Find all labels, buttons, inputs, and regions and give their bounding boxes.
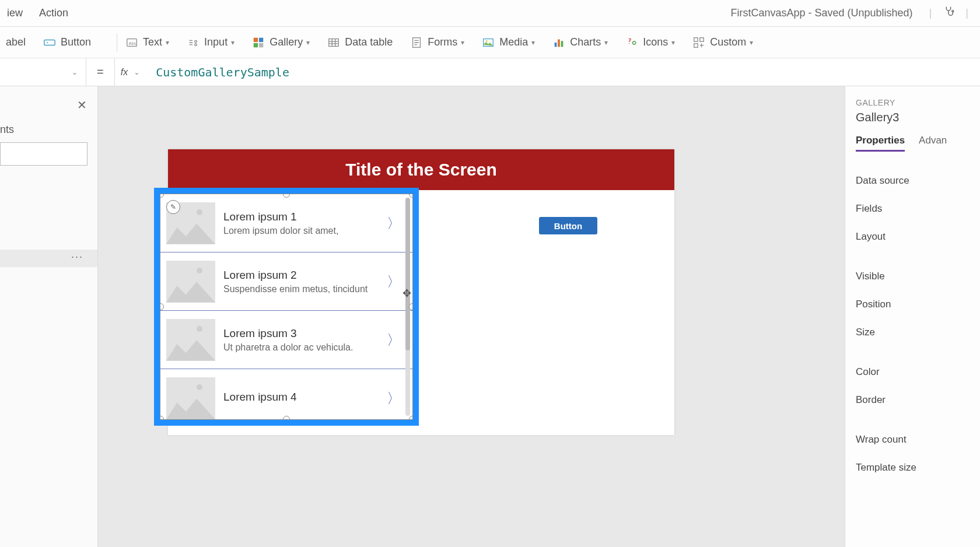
svg-rect-15	[555, 43, 557, 47]
chevron-down-icon: ▾	[604, 38, 608, 47]
chevron-right-icon[interactable]: 〉	[387, 331, 401, 349]
insert-ribbon: abel Button Abc Text ▾ Input ▾ Gallery ▾…	[0, 27, 980, 58]
row-subtitle: Suspendisse enim metus, tincidunt	[223, 284, 382, 294]
gallery-row[interactable]: Lorem ipsum 3 Ut pharetra a dolor ac veh…	[160, 311, 412, 369]
scrollbar-thumb[interactable]	[405, 198, 410, 350]
button-icon	[43, 36, 56, 49]
ribbon-charts[interactable]: Charts ▾	[552, 36, 608, 49]
ribbon-datatable[interactable]: Data table	[327, 36, 393, 49]
svg-rect-19	[694, 37, 698, 41]
svg-point-5	[195, 40, 197, 43]
ribbon-separator	[117, 33, 117, 52]
resize-handle[interactable]	[283, 416, 290, 420]
prop-wrap-count[interactable]: Wrap count	[856, 426, 970, 454]
property-selector[interactable]: ⌄	[0, 58, 86, 86]
charts-icon	[552, 36, 565, 49]
svg-point-18	[629, 43, 629, 44]
left-tree-pane: ✕ nts ···	[0, 86, 98, 547]
ribbon-input-text: Input	[204, 36, 228, 48]
properties-pane: Gallery Gallery3 Properties Advan Data s…	[845, 86, 980, 547]
ribbon-label[interactable]: abel	[6, 36, 26, 48]
gallery-inner: ✎ Lorem ipsum 1 Lorem ipsum dolor sit am…	[160, 194, 413, 420]
ribbon-label-text: abel	[6, 36, 26, 48]
ribbon-gallery[interactable]: Gallery ▾	[252, 36, 310, 49]
prop-size[interactable]: Size	[856, 318, 970, 346]
ribbon-text[interactable]: Abc Text ▾	[125, 36, 169, 49]
selected-gallery[interactable]: ✎ Lorem ipsum 1 Lorem ipsum dolor sit am…	[154, 188, 419, 426]
chevron-right-icon[interactable]: 〉	[387, 272, 401, 291]
svg-point-14	[486, 40, 488, 41]
chevron-down-icon: ▾	[231, 38, 235, 47]
chevron-down-icon: ⌄	[72, 68, 78, 76]
health-icon[interactable]	[942, 5, 955, 21]
gallery-row[interactable]: Lorem ipsum 1 Lorem ipsum dolor sit amet…	[160, 194, 412, 253]
icons-icon	[625, 36, 638, 49]
canvas-area[interactable]: Title of the Screen Button ✎ Lorem	[98, 86, 845, 547]
resize-handle[interactable]	[409, 416, 413, 420]
chevron-down-icon: ▾	[671, 38, 675, 47]
prop-data-source[interactable]: Data source	[856, 167, 970, 195]
svg-rect-21	[694, 43, 698, 47]
tab-advanced[interactable]: Advan	[919, 135, 947, 152]
svg-rect-11	[329, 38, 339, 46]
row-subtitle: Ut pharetra a dolor ac vehicula.	[223, 342, 382, 353]
media-icon	[482, 36, 495, 49]
row-title: Lorem ipsum 1	[223, 211, 382, 223]
prop-position[interactable]: Position	[856, 290, 970, 318]
chevron-down-icon: ▾	[461, 38, 464, 47]
ribbon-custom-text: Custom	[710, 36, 746, 48]
svg-point-0	[952, 10, 954, 12]
ribbon-button-text: Button	[61, 36, 91, 48]
resize-handle[interactable]	[409, 303, 413, 310]
prop-color[interactable]: Color	[856, 358, 970, 386]
top-menu-bar: iew Action FirstCanvasApp - Saved (Unpub…	[0, 0, 980, 27]
prop-fields[interactable]: Fields	[856, 195, 970, 223]
chevron-right-icon[interactable]: 〉	[387, 389, 401, 408]
left-pane-heading: nts	[0, 124, 14, 136]
fx-button[interactable]: fx⌄	[114, 58, 145, 86]
gallery-row[interactable]: Lorem ipsum 2 Suspendisse enim metus, ti…	[160, 253, 412, 311]
tree-item-more-icon[interactable]: ···	[71, 251, 83, 263]
formula-input[interactable]: CustomGallerySample	[145, 65, 300, 79]
text-icon: Abc	[125, 36, 138, 49]
image-placeholder-icon	[166, 261, 215, 303]
chevron-right-icon[interactable]: 〉	[387, 214, 401, 233]
canvas-button[interactable]: Button	[539, 217, 597, 234]
ribbon-button[interactable]: Button	[43, 36, 91, 49]
move-cursor-icon: ✥	[402, 287, 411, 300]
tree-search-input[interactable]	[0, 142, 88, 166]
gallery-row[interactable]: Lorem ipsum 4 〉	[160, 369, 412, 420]
svg-rect-1	[44, 40, 55, 45]
screen-title: Title of the Screen	[345, 160, 497, 180]
prop-border[interactable]: Border	[856, 386, 970, 414]
menu-view[interactable]: iew	[7, 7, 23, 19]
top-divider: |	[929, 7, 932, 19]
prop-layout[interactable]: Layout	[856, 223, 970, 251]
row-subtitle: Lorem ipsum dolor sit amet,	[223, 226, 382, 236]
chevron-down-icon: ▾	[531, 38, 535, 47]
ribbon-input[interactable]: Input ▾	[187, 36, 235, 49]
ribbon-media-text: Media	[499, 36, 528, 48]
menu-action[interactable]: Action	[39, 7, 68, 19]
gallery-icon	[252, 36, 265, 49]
edit-template-icon[interactable]: ✎	[166, 200, 180, 214]
prop-visible[interactable]: Visible	[856, 262, 970, 290]
chevron-down-icon: ▾	[306, 38, 310, 47]
ribbon-media[interactable]: Media ▾	[482, 36, 535, 49]
tab-properties[interactable]: Properties	[856, 135, 905, 152]
chevron-down-icon: ▾	[750, 38, 753, 47]
ribbon-forms-text: Forms	[428, 36, 457, 48]
svg-rect-8	[259, 37, 263, 41]
svg-point-2	[47, 41, 48, 43]
svg-text:Abc: Abc	[129, 40, 136, 45]
ribbon-custom[interactable]: Custom ▾	[692, 36, 753, 49]
control-name[interactable]: Gallery3	[856, 111, 970, 124]
equals-sign: =	[86, 65, 114, 79]
ribbon-icons[interactable]: Icons ▾	[625, 36, 675, 49]
close-icon[interactable]: ✕	[77, 98, 87, 112]
screen-header: Title of the Screen	[168, 149, 674, 190]
prop-template-size[interactable]: Template size	[856, 454, 970, 482]
chevron-down-icon: ▾	[166, 38, 169, 47]
ribbon-forms[interactable]: Forms ▾	[410, 36, 464, 49]
input-icon	[187, 36, 200, 49]
